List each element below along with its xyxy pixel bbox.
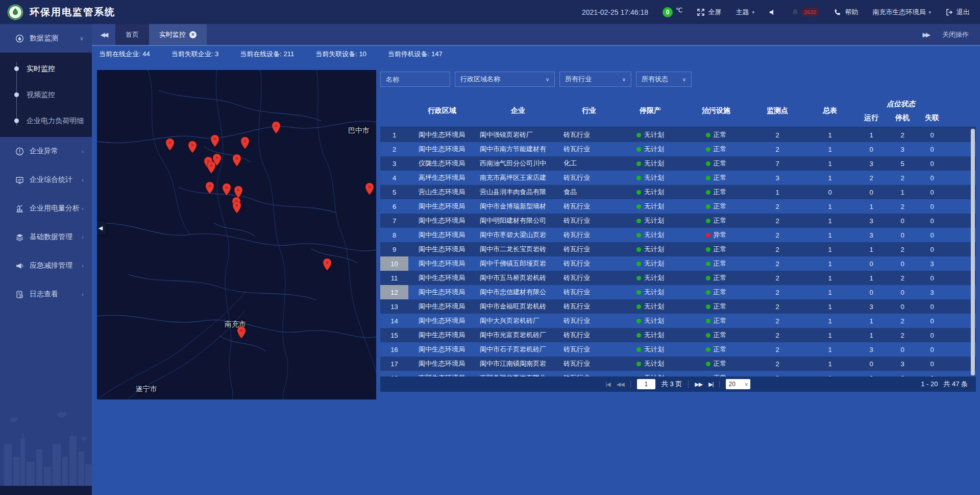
table-row[interactable]: 18南部生态环境局南部县瑞华页岩有限公砖瓦行业无计划正常21060 [380, 371, 976, 376]
name-filter-input[interactable] [380, 72, 450, 87]
tabs-scroll-right-button[interactable]: ▶▶ [923, 31, 929, 38]
tabs-scroll-left-button[interactable]: ◀◀ [92, 24, 115, 45]
tab-1[interactable]: 实时监控× [149, 24, 207, 45]
limit-status-text: 无计划 [644, 316, 664, 325]
sidebar-item-2[interactable]: 企业电力负荷明细 [0, 108, 92, 134]
notifications-button[interactable]: 2632 [791, 8, 819, 16]
map-pin-icon[interactable] [165, 138, 175, 151]
facility-status-text: 正常 [714, 273, 727, 282]
table-row[interactable]: 8阆中生态环境局阆中市枣碧大梁山页岩砖瓦行业无计划异常21300 [380, 228, 976, 242]
table-row[interactable]: 16阆中生态环境局阆中市石子页岩机砖厂砖瓦行业无计划正常21300 [380, 342, 976, 357]
cell-run: 1 [854, 242, 888, 256]
map-pin-icon[interactable] [205, 182, 214, 194]
cell-index: 9 [380, 242, 408, 256]
sidebar-group-label: 企业用电量分析 [30, 204, 80, 213]
map-pin-icon[interactable] [222, 183, 231, 196]
table-row[interactable]: 14阆中生态环境局阆中大兴页岩机砖厂砖瓦行业无计划正常21120 [380, 314, 976, 328]
cell-points: 2 [749, 199, 805, 214]
next-page-button[interactable]: ▶▶ [695, 381, 702, 388]
map-collapse-handle[interactable]: ◀ [97, 221, 106, 234]
cell-company: 阆中市光富页岩机砖厂 [476, 328, 560, 342]
cell-lost: 0 [917, 214, 947, 228]
logout-button[interactable]: 退出 [945, 8, 970, 17]
logout-label: 退出 [957, 8, 970, 17]
table-row[interactable]: 2阆中生态环境局阆中市南方节能建材有砖瓦行业无计划正常21030 [380, 142, 976, 156]
col-header-1: 企业 [476, 95, 560, 127]
map-pin-icon[interactable] [232, 154, 241, 167]
table-row[interactable]: 12阆中生态环境局阆中市忠信建材有限公砖瓦行业无计划正常21003 [380, 285, 976, 299]
cell-facility-status: 正常 [683, 285, 749, 299]
cell-facility-status: 正常 [683, 314, 749, 328]
map-pin-icon[interactable] [207, 161, 216, 174]
table-row[interactable]: 9阆中生态环境局阆中市二龙长宝页岩砖砖瓦行业无计划正常21120 [380, 242, 976, 256]
close-icon[interactable]: × [189, 31, 197, 38]
stat-value: 147 [431, 50, 443, 58]
sidebar-group-megaphone[interactable]: 应急减排管理‹ [0, 251, 92, 280]
table-row[interactable]: 10阆中生态环境局阆中千佛镇五郎垭页岩砖瓦行业无计划正常21003 [380, 256, 976, 271]
sidebar-group-log[interactable]: 日志查看‹ [0, 280, 92, 309]
table-row[interactable]: 13阆中生态环境局阆中市金福旺页岩机砖砖瓦行业无计划正常21300 [380, 299, 976, 314]
sidebar-item-1[interactable]: 视频监控 [0, 82, 92, 108]
close-operations-button[interactable]: 关闭操作 [942, 30, 969, 39]
org-dropdown[interactable]: 南充市生态环境局 ▾ [872, 8, 931, 17]
sidebar-item-0[interactable]: 实时监控 [0, 56, 92, 82]
cell-points: 7 [749, 156, 805, 171]
table-row[interactable]: 7阆中生态环境局阆中明阳建材有限公司砖瓦行业无计划正常21300 [380, 214, 976, 228]
cell-company: 阆中市枣碧大梁山页岩 [476, 228, 560, 242]
region-filter-select[interactable]: 行政区域名称 ∨ [455, 72, 555, 87]
map-panel[interactable]: ◀ 巴中市南充市遂宁市 [97, 70, 376, 399]
map-pin-icon[interactable] [365, 183, 374, 195]
tab-0[interactable]: 首页 [115, 24, 149, 45]
table-row[interactable]: 3仪陇生态环境局西南油气田分公司川中化工无计划正常71350 [380, 156, 976, 171]
map-pin-icon[interactable] [232, 201, 241, 214]
table-row[interactable]: 17阆中生态环境局阆中市江南镇阆南页岩砖瓦行业无计划正常21030 [380, 357, 976, 371]
status-dot-icon [636, 204, 641, 209]
table-row[interactable]: 4高坪生态环境局南充市高坪区王家店建砖瓦行业无计划正常31220 [380, 171, 976, 185]
cell-company: 阆中市金博瑞新型墙材 [476, 199, 560, 214]
map-pin-icon[interactable] [234, 186, 243, 198]
sound-toggle[interactable] [769, 8, 777, 16]
table-row[interactable]: 6阆中生态环境局阆中市金博瑞新型墙材砖瓦行业无计划正常21120 [380, 199, 976, 214]
table-row[interactable]: 5营山生态环境局营山县润丰肉食品有限食品无计划正常10010 [380, 185, 976, 199]
table-scrollbar[interactable] [971, 129, 975, 375]
help-button[interactable]: 帮助 [834, 8, 858, 17]
industry-filter-select[interactable]: 所有行业 ∨ [559, 72, 631, 87]
fullscreen-button[interactable]: 全屏 [697, 8, 721, 17]
status-filter-select[interactable]: 所有状态 ∨ [636, 72, 692, 87]
cell-meter: 1 [805, 199, 854, 214]
prev-page-button[interactable]: ◀◀ [617, 381, 624, 388]
sidebar-item-label: 实时监控 [27, 64, 55, 74]
page-number-input[interactable] [637, 379, 655, 389]
sidebar-group-gauge[interactable]: 数据监测∨ [0, 24, 92, 53]
table-row[interactable]: 1阆中生态环境局阆中强锐页岩砖厂砖瓦行业无计划正常21120 [380, 128, 976, 142]
cell-company: 阆中市江南镇阆南页岩 [476, 357, 560, 371]
map-pin-icon[interactable] [272, 122, 281, 134]
table-row[interactable]: 11阆中生态环境局阆中市五马桥页岩机砖砖瓦行业无计划正常21120 [380, 271, 976, 285]
cell-limit-status: 无计划 [618, 256, 683, 271]
theme-dropdown[interactable]: 主题 ▾ [736, 8, 754, 17]
sidebar-group-chart[interactable]: 企业用电量分析‹ [0, 194, 92, 223]
org-label: 南充市生态环境局 [872, 8, 925, 17]
status-dot-icon [706, 276, 710, 280]
map-pin-icon[interactable] [237, 326, 246, 339]
sidebar-group-label: 企业异常 [30, 147, 58, 156]
map-pin-icon[interactable] [240, 137, 250, 149]
sidebar-group-board[interactable]: 企业综合统计‹ [0, 166, 92, 194]
cell-run: 3 [854, 342, 888, 357]
cell-index: 6 [380, 199, 408, 214]
cell-industry: 砖瓦行业 [560, 271, 618, 285]
map-pin-icon[interactable] [210, 135, 219, 147]
temperature-indicator: 0 ℃ [663, 7, 682, 17]
map-pin-icon[interactable] [323, 258, 332, 271]
cell-region: 阆中生态环境局 [408, 342, 476, 357]
sidebar-group-alert[interactable]: 企业异常‹ [0, 137, 92, 166]
first-page-button[interactable]: |◀ [606, 381, 610, 388]
last-page-button[interactable]: ▶| [708, 381, 713, 388]
table-row[interactable]: 15阆中生态环境局阆中市光富页岩机砖厂砖瓦行业无计划正常21120 [380, 328, 976, 342]
limit-status-text: 无计划 [644, 159, 664, 168]
cell-region: 阆中生态环境局 [408, 199, 476, 214]
sidebar-group-layers[interactable]: 基础数据管理‹ [0, 223, 92, 251]
page-size-select[interactable]: 20 ∨ [726, 379, 750, 389]
map-pin-icon[interactable] [188, 141, 197, 153]
limit-status-text: 无计划 [644, 245, 664, 254]
